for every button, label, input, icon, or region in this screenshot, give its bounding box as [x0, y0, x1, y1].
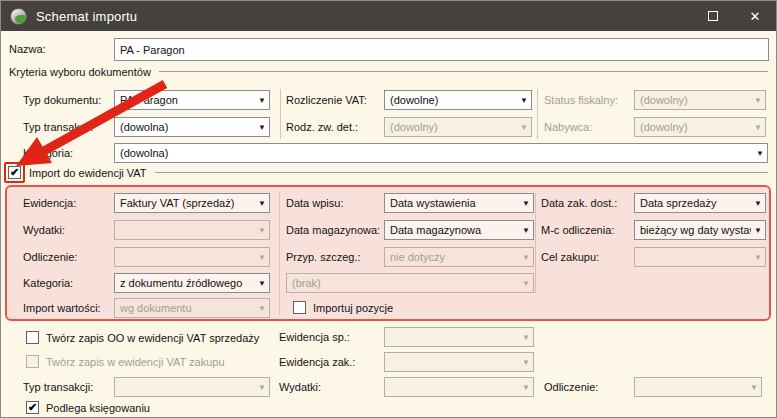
- nabywca-select: (dowolny)▼: [634, 117, 766, 137]
- kategoria-vat-value: z dokumentu źródłowego: [120, 277, 255, 289]
- chevron-down-icon: ▼: [519, 199, 530, 208]
- schemat-importu-dialog: Schemat importu ✕ Nazwa: Kryteria wyboru…: [0, 0, 777, 418]
- rodz-zw-det-label: Rodz. zw. det.:: [286, 117, 358, 137]
- rozliczenie-vat-select[interactable]: (dowolne)▼: [384, 90, 532, 110]
- tworz-oo-checkbox[interactable]: [26, 331, 39, 344]
- column-separator: [279, 193, 280, 315]
- data-zak-dost-value: Data sprzedaży: [640, 197, 751, 209]
- nazwa-input[interactable]: [114, 38, 769, 61]
- typ-transakcji-dolny-label: Typ transakcji:: [23, 377, 93, 397]
- title-bar: Schemat importu ✕: [1, 1, 776, 31]
- chevron-down-icon: ▼: [519, 253, 530, 262]
- rozliczenie-vat-label: Rozliczenie VAT:: [286, 90, 367, 110]
- header-rule: [155, 172, 768, 173]
- chevron-down-icon: ▼: [255, 304, 266, 313]
- chevron-down-icon: ▼: [519, 226, 530, 235]
- maximize-button[interactable]: [692, 1, 734, 31]
- ewidencja-sp-select: ▼: [384, 327, 534, 347]
- kategoria-vat-select[interactable]: z dokumentu źródłowego▼: [114, 273, 270, 293]
- data-wpisu-label: Data wpisu:: [286, 193, 343, 213]
- typ-transakcji-select[interactable]: (dowolna)▼: [114, 117, 270, 137]
- window-title: Schemat importu: [36, 9, 137, 24]
- chevron-down-icon: ▼: [517, 96, 528, 105]
- chevron-down-icon: ▼: [751, 253, 762, 262]
- ewidencja-value: Faktury VAT (sprzedaż): [120, 197, 255, 209]
- chevron-down-icon: ▼: [747, 383, 758, 392]
- odliczenie-label: Odliczenie:: [23, 247, 77, 267]
- kryteria-header-label: Kryteria wyboru dokumentów: [9, 66, 151, 78]
- typ-transakcji-label: Typ transakcji:: [23, 117, 93, 137]
- mc-odliczenia-label: M-c odliczenia:: [541, 220, 614, 240]
- window-controls: ✕: [692, 1, 776, 31]
- close-icon: ✕: [750, 9, 761, 24]
- podlega-ksiegowaniu-label: Podlega księgowaniu: [46, 398, 150, 418]
- rodz-zw-det-select: (dowolny)▼: [384, 117, 532, 137]
- chevron-down-icon: ▼: [751, 123, 762, 132]
- data-zak-dost-label: Data zak. dost.:: [541, 193, 617, 213]
- wydatki-label: Wydatki:: [23, 220, 65, 240]
- odliczenie-dolny-select: ▼: [634, 377, 762, 397]
- import-do-ewidencji-vat-label: Import do ewidencji VAT: [29, 167, 147, 179]
- kategoria-select[interactable]: (dowolna)▼: [114, 143, 768, 163]
- przyp-szczeg-value: nie dotyczy: [390, 251, 519, 263]
- data-magazynowa-select[interactable]: Data magazynowa▼: [384, 220, 534, 240]
- chevron-down-icon: ▼: [519, 279, 530, 288]
- data-zak-dost-select[interactable]: Data sprzedaży▼: [634, 193, 766, 213]
- typ-transakcji-value: (dowolna): [120, 121, 255, 133]
- nazwa-label: Nazwa:: [9, 39, 46, 59]
- odliczenie-dolny-label: Odliczenie:: [544, 377, 598, 397]
- data-wpisu-select[interactable]: Data wystawienia▼: [384, 193, 534, 213]
- status-fiskalny-label: Status fiskalny:: [544, 90, 618, 110]
- ewidencja-zak-select: ▼: [384, 352, 534, 372]
- app-icon: [10, 8, 27, 25]
- chevron-down-icon: ▼: [751, 226, 762, 235]
- chevron-down-icon: ▼: [255, 226, 266, 235]
- column-separator: [537, 89, 538, 139]
- kategoria-szczegolna-value: (brak): [292, 277, 519, 289]
- kategoria-szczegolna-select: (brak)▼: [286, 273, 534, 293]
- nabywca-value: (dowolny): [640, 121, 751, 133]
- importuj-pozycje-checkbox[interactable]: [293, 301, 306, 314]
- przyp-szczeg-select: nie dotyczy▼: [384, 247, 534, 267]
- chevron-down-icon: ▼: [753, 149, 764, 158]
- tworz-zakup-label: Twórz zapis w ewidencji VAT zakupu: [46, 352, 225, 372]
- close-button[interactable]: ✕: [734, 1, 776, 31]
- data-magazynowa-value: Data magazynowa: [390, 224, 519, 236]
- mc-odliczenia-value: bieżący wg daty wystaw: [640, 224, 751, 236]
- import-wartosci-select: wg dokumentu▼: [114, 298, 270, 318]
- import-wartosci-label: Import wartości:: [23, 298, 101, 318]
- odliczenie-select: ▼: [114, 247, 270, 267]
- mc-odliczenia-select[interactable]: bieżący wg daty wystaw▼: [634, 220, 766, 240]
- data-magazynowa-label: Data magazynowa:: [286, 220, 380, 240]
- status-fiskalny-value: (dowolny): [640, 94, 751, 106]
- ewidencja-select[interactable]: Faktury VAT (sprzedaż)▼: [114, 193, 270, 213]
- wydatki-dolny-label: Wydatki:: [279, 377, 321, 397]
- przyp-szczeg-label: Przyp. szczeg.:: [286, 247, 361, 267]
- typ-dokumentu-select[interactable]: PA Paragon▼: [114, 90, 270, 110]
- rodz-zw-det-value: (dowolny): [390, 121, 517, 133]
- leaf-icon: [15, 15, 25, 23]
- chevron-down-icon: ▼: [519, 333, 530, 342]
- ewidencja-zak-label: Ewidencja zak.:: [279, 352, 355, 372]
- chevron-down-icon: ▼: [519, 358, 530, 367]
- kryteria-group-header: Kryteria wyboru dokumentów: [9, 64, 768, 79]
- chevron-down-icon: ▼: [255, 199, 266, 208]
- tworz-oo-label: Twórz zapis OO w ewidencji VAT sprzedaży: [46, 328, 259, 348]
- chevron-down-icon: ▼: [255, 383, 266, 392]
- ewidencja-sp-label: Ewidencja sp.:: [279, 327, 350, 347]
- data-wpisu-value: Data wystawienia: [390, 197, 519, 209]
- import-do-ewidencji-vat-checkbox[interactable]: [8, 166, 21, 179]
- import-wartosci-value: wg dokumentu: [120, 302, 255, 314]
- wydatki-dolny-select: ▼: [384, 377, 534, 397]
- kategoria-vat-label: Kategoria:: [23, 273, 73, 293]
- chevron-down-icon: ▼: [255, 253, 266, 262]
- import-vat-group-header: Import do ewidencji VAT: [29, 165, 768, 180]
- typ-dokumentu-label: Typ dokumentu:: [23, 90, 101, 110]
- podlega-ksiegowaniu-checkbox[interactable]: [26, 401, 39, 414]
- chevron-down-icon: ▼: [519, 383, 530, 392]
- tworz-zakup-checkbox: [26, 355, 39, 368]
- nabywca-label: Nabywca:: [544, 117, 592, 137]
- column-separator: [535, 193, 536, 293]
- chevron-down-icon: ▼: [255, 96, 266, 105]
- chevron-down-icon: ▼: [255, 279, 266, 288]
